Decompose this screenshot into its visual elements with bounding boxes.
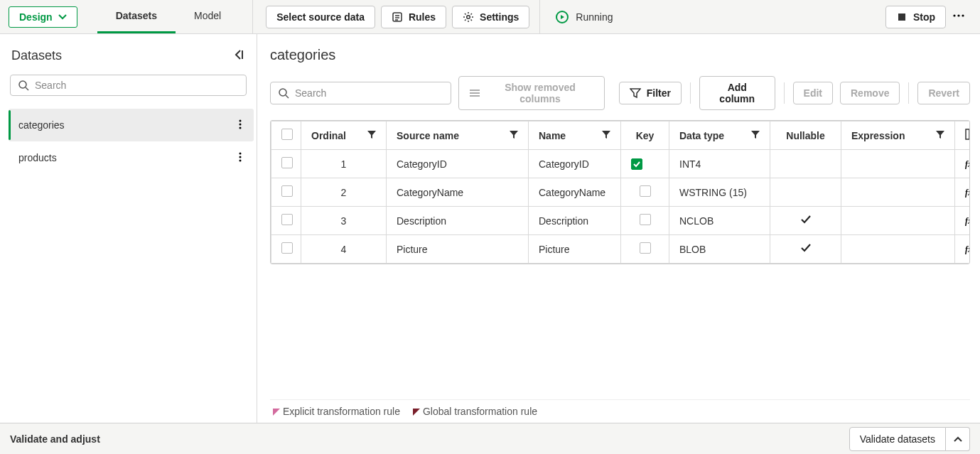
table-row[interactable]: 2CategoryNameCategoryNameWSTRING (15)fx <box>271 178 971 207</box>
svg-rect-16 <box>470 95 480 97</box>
revert-button[interactable]: Revert <box>917 82 970 104</box>
dots-horizontal-icon <box>952 9 966 23</box>
cell-source: CategoryID <box>387 150 529 178</box>
chevron-down-icon <box>58 13 67 21</box>
task-status: Running <box>556 11 613 23</box>
columns-search[interactable] <box>270 82 451 104</box>
filter-icon[interactable] <box>936 130 944 141</box>
svg-point-1 <box>467 15 470 18</box>
columns-settings-icon[interactable] <box>965 131 970 142</box>
svg-rect-15 <box>470 92 480 94</box>
filter-icon[interactable] <box>367 130 376 141</box>
status-label: Running <box>576 11 613 23</box>
dataset-item-menu[interactable] <box>234 118 247 133</box>
gear-icon <box>463 11 474 23</box>
cell-dtype: NCLOB <box>669 207 770 235</box>
row-checkbox[interactable] <box>281 214 293 225</box>
fx-icon[interactable]: fx <box>965 187 970 198</box>
sidebar-search[interactable] <box>10 75 247 96</box>
key-checkbox[interactable] <box>631 158 642 170</box>
cell-source: Description <box>387 207 529 235</box>
filter-icon[interactable] <box>751 130 760 141</box>
sidebar-search-input[interactable] <box>35 80 239 91</box>
key-checkbox[interactable] <box>640 242 651 254</box>
fx-icon[interactable]: fx <box>965 158 970 170</box>
fx-icon[interactable]: fx <box>965 244 970 255</box>
legend: Explicit transformation rule Global tran… <box>270 399 970 423</box>
dataset-item-categories[interactable]: categories <box>9 109 254 141</box>
table-row[interactable]: 1CategoryIDCategoryIDINT4fx <box>271 150 971 178</box>
columns-table: Ordinal Source name Name Key Data type N… <box>270 120 970 264</box>
row-checkbox[interactable] <box>281 157 293 168</box>
rules-icon <box>392 11 403 23</box>
key-checkbox[interactable] <box>640 185 651 197</box>
fx-icon[interactable]: fx <box>965 215 970 227</box>
design-dropdown[interactable]: Design <box>9 6 77 28</box>
remove-button[interactable]: Remove <box>840 82 900 104</box>
select-source-button[interactable]: Select source data <box>266 6 375 28</box>
footer-bar: Validate and adjust Validate datasets <box>0 423 980 454</box>
dataset-item-products[interactable]: products <box>9 141 254 174</box>
divider <box>539 0 540 34</box>
cell-ordinal: 1 <box>301 150 387 178</box>
filter-icon[interactable] <box>510 130 518 141</box>
edit-button[interactable]: Edit <box>793 82 833 104</box>
row-checkbox[interactable] <box>281 242 293 254</box>
tab-datasets[interactable]: Datasets <box>97 0 176 33</box>
cell-ordinal: 2 <box>301 178 387 207</box>
settings-button[interactable]: Settings <box>452 6 529 28</box>
top-tabs: Datasets Model <box>97 0 240 33</box>
svg-point-9 <box>239 126 242 129</box>
cell-dtype: INT4 <box>669 150 770 178</box>
cell-source: Picture <box>387 235 529 264</box>
rules-button[interactable]: Rules <box>381 6 446 28</box>
search-icon <box>278 87 289 99</box>
cell-name: CategoryID <box>529 150 621 178</box>
stop-button[interactable]: Stop <box>885 6 946 28</box>
table-row[interactable]: 4PicturePictureBLOBfx <box>271 235 971 264</box>
expand-footer-button[interactable] <box>946 427 970 451</box>
top-bar: Design Datasets Model Select source data… <box>0 0 980 34</box>
filter-icon <box>630 87 641 99</box>
validate-datasets-button[interactable]: Validate datasets <box>849 427 946 451</box>
svg-rect-14 <box>470 90 480 91</box>
cell-dtype: WSTRING (15) <box>669 178 770 207</box>
show-removed-button[interactable]: Show removed columns <box>458 76 604 110</box>
filter-icon[interactable] <box>602 130 610 141</box>
dataset-item-menu[interactable] <box>234 151 247 166</box>
select-all-checkbox[interactable] <box>281 129 293 140</box>
sidebar: Datasets categories products <box>0 34 257 423</box>
sidebar-title: Datasets <box>11 48 62 63</box>
row-checkbox[interactable] <box>281 185 293 197</box>
page-title: categories <box>270 47 970 63</box>
more-menu[interactable] <box>946 4 971 29</box>
add-column-button[interactable]: Add column <box>699 76 775 110</box>
table-row[interactable]: 3DescriptionDescriptionNCLOBfx <box>271 207 971 235</box>
svg-text:fx: fx <box>965 245 970 254</box>
cell-dtype: BLOB <box>669 235 770 264</box>
svg-text:fx: fx <box>965 188 970 198</box>
svg-text:fx: fx <box>965 217 970 226</box>
global-rule-icon <box>413 409 420 416</box>
cell-expression <box>841 207 955 235</box>
search-icon <box>18 80 29 91</box>
check-icon <box>800 244 812 256</box>
dataset-list: categories products <box>0 103 257 174</box>
columns-search-input[interactable] <box>295 87 443 99</box>
cell-ordinal: 3 <box>301 207 387 235</box>
cell-name: Description <box>529 207 621 235</box>
design-label: Design <box>19 11 53 23</box>
list-icon <box>469 87 480 99</box>
svg-point-12 <box>239 159 242 161</box>
svg-point-6 <box>19 81 26 88</box>
filter-button[interactable]: Filter <box>619 82 682 104</box>
running-icon <box>556 11 569 23</box>
svg-text:fx: fx <box>965 160 970 169</box>
check-icon <box>800 216 812 227</box>
cell-name: CategoryName <box>529 178 621 207</box>
svg-rect-17 <box>966 129 970 139</box>
key-checkbox[interactable] <box>640 214 651 225</box>
tab-model[interactable]: Model <box>176 0 239 33</box>
dots-vertical-icon <box>234 151 247 163</box>
collapse-sidebar-button[interactable] <box>232 48 245 63</box>
